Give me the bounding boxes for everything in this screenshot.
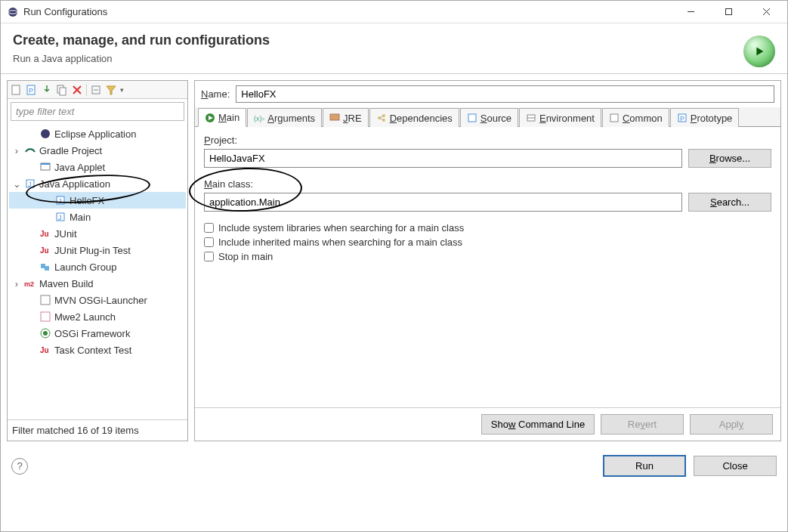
- maven-icon: m2: [24, 277, 36, 289]
- tree-item[interactable]: ⌄JJava Application: [9, 175, 186, 192]
- tree-item[interactable]: MVN OSGi-Launcher: [9, 292, 186, 308]
- tab-arguments[interactable]: (x)=Arguments: [247, 108, 322, 127]
- tree-item-label: Main: [70, 212, 91, 223]
- config-tree[interactable]: Eclipse Application›Gradle ProjectJava A…: [8, 124, 187, 419]
- name-input[interactable]: [236, 85, 774, 103]
- mainclass-input[interactable]: [204, 193, 682, 212]
- common-icon: [609, 113, 620, 123]
- tree-item-label: Gradle Project: [39, 145, 102, 156]
- mainclass-label: Main class:: [204, 178, 771, 190]
- tree-expander-icon[interactable]: ›: [12, 145, 21, 156]
- tree-item-label: Java Application: [39, 178, 110, 190]
- collapse-all-icon[interactable]: [90, 84, 102, 96]
- new-config-icon[interactable]: [11, 84, 23, 96]
- filter-input[interactable]: type filter text: [11, 102, 184, 121]
- close-dialog-button[interactable]: Close: [694, 456, 777, 476]
- include-syslib-checkbox[interactable]: [204, 223, 214, 233]
- help-icon[interactable]: ?: [11, 458, 28, 475]
- browse-button[interactable]: Browse...: [688, 149, 771, 168]
- java-run-icon: J: [54, 211, 66, 223]
- svg-rect-19: [41, 163, 50, 165]
- tree-item-label: MVN OSGi-Launcher: [54, 295, 147, 306]
- project-input[interactable]: [204, 149, 682, 168]
- window-title: Run Configurations: [23, 6, 680, 17]
- svg-text:J: J: [58, 197, 62, 205]
- tree-item[interactable]: JuTask Context Test: [9, 342, 186, 358]
- main-tab-body: Project: Browse... Main class: Search...…: [195, 127, 780, 408]
- tab-dependencies[interactable]: Dependencies: [369, 108, 459, 127]
- stop-in-main-label: Stop in main: [218, 251, 273, 262]
- svg-marker-6: [756, 48, 763, 56]
- tree-item-label: Mwe2 Launch: [54, 311, 116, 323]
- tree-item[interactable]: JHelloFX: [9, 192, 186, 209]
- tree-item[interactable]: JuJUnit: [9, 225, 186, 242]
- svg-rect-45: [468, 114, 476, 122]
- stop-in-main-checkbox[interactable]: [204, 252, 214, 261]
- tree-expander-icon[interactable]: ›: [12, 278, 21, 289]
- launch-group-icon: [39, 261, 51, 273]
- tab-environment[interactable]: Environment: [519, 108, 601, 127]
- java-app-icon: J: [24, 178, 36, 190]
- tree-item[interactable]: Eclipse Application: [9, 125, 186, 142]
- svg-rect-11: [60, 88, 66, 95]
- junit-icon: Ju: [39, 227, 51, 240]
- tree-item[interactable]: OSGi Framework: [9, 325, 186, 342]
- maximize-button[interactable]: [718, 5, 739, 20]
- minimize-button[interactable]: [680, 5, 701, 20]
- svg-text:J: J: [28, 181, 32, 188]
- tab-jre[interactable]: JRE: [323, 108, 369, 127]
- config-tree-pane: P ▾ type filter text Eclipse Application…: [7, 80, 188, 441]
- tab-bar: Main(x)=ArgumentsJREDependenciesSourceEn…: [195, 107, 780, 127]
- tab-source[interactable]: Source: [460, 108, 518, 127]
- svg-text:J: J: [58, 214, 62, 221]
- run-circle-icon: [205, 113, 215, 123]
- svg-rect-3: [725, 9, 731, 15]
- deps-icon: [376, 113, 387, 123]
- name-label: Name:: [201, 88, 230, 100]
- search-button[interactable]: Search...: [688, 193, 771, 212]
- revert-button[interactable]: Revert: [601, 414, 684, 435]
- tree-item[interactable]: JuJUnit Plug-in Test: [9, 242, 186, 258]
- tree-expander-icon[interactable]: ⌄: [12, 178, 21, 190]
- tree-item-label: OSGi Framework: [54, 328, 130, 339]
- tree-item-label: HelloFX: [70, 195, 104, 206]
- svg-text:Ju: Ju: [40, 246, 49, 255]
- osgi-icon: [39, 327, 51, 339]
- svg-marker-16: [107, 86, 116, 94]
- delete-icon[interactable]: [71, 84, 83, 96]
- tree-item[interactable]: Mwe2 Launch: [9, 308, 186, 325]
- eclipse-app-icon: [7, 6, 19, 18]
- dialog-subtitle: Run a Java application: [13, 53, 743, 64]
- tab-main[interactable]: Main: [198, 108, 246, 127]
- tab-label: Environment: [539, 113, 595, 124]
- tree-item-label: Launch Group: [54, 261, 116, 273]
- config-editor-pane: Name: Main(x)=ArgumentsJREDependenciesSo…: [194, 80, 781, 441]
- tree-item[interactable]: ›m2Maven Build: [9, 275, 186, 292]
- include-inherited-checkbox[interactable]: [204, 237, 214, 247]
- show-command-line-button[interactable]: Show Command Line: [481, 414, 595, 435]
- new-proto-icon[interactable]: P: [26, 84, 38, 96]
- filter-icon[interactable]: [105, 84, 117, 96]
- close-button[interactable]: [756, 5, 777, 20]
- tree-item[interactable]: Launch Group: [9, 258, 186, 275]
- tree-item[interactable]: Java Applet: [9, 159, 186, 175]
- jre-icon: [329, 113, 340, 123]
- tab-prototype[interactable]: PPrototype: [670, 108, 740, 127]
- svg-rect-31: [41, 295, 50, 305]
- tree-item-label: Eclipse Application: [54, 128, 136, 140]
- apply-button[interactable]: Apply: [690, 414, 773, 435]
- tree-item-label: Java Applet: [54, 162, 105, 173]
- tree-item-label: JUnit: [54, 228, 77, 240]
- svg-rect-48: [610, 114, 618, 122]
- proto-icon: P: [677, 113, 688, 123]
- toolbar-menu-chevron-icon[interactable]: ▾: [120, 86, 124, 94]
- tree-item[interactable]: ›Gradle Project: [9, 142, 186, 159]
- tree-item[interactable]: JMain: [9, 209, 186, 225]
- run-button[interactable]: Run: [603, 455, 686, 477]
- duplicate-icon[interactable]: [56, 84, 68, 96]
- tab-common[interactable]: Common: [602, 108, 669, 127]
- svg-text:(x)=: (x)=: [254, 115, 264, 122]
- tab-label: Dependencies: [390, 113, 453, 124]
- export-icon[interactable]: [41, 84, 53, 96]
- svg-text:Ju: Ju: [40, 346, 49, 354]
